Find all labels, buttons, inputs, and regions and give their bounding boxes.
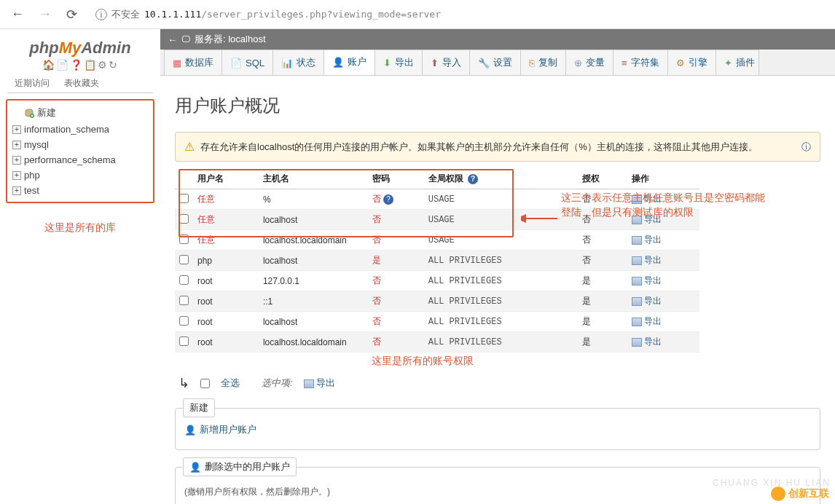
export-link[interactable]: 导出 xyxy=(632,235,662,245)
add-user-link[interactable]: 👤 新增用户账户 xyxy=(184,423,811,436)
page-title: 用户账户概况 xyxy=(175,94,820,117)
fieldset-delete-legend: 👤 删除选中的用户账户 xyxy=(183,457,297,476)
cell-user: root xyxy=(193,271,259,291)
help-icon[interactable]: ? xyxy=(383,194,393,205)
server-breadcrumb[interactable]: ← 🖵 服务器: localhost xyxy=(160,29,835,50)
cell-host: localhost xyxy=(259,210,368,230)
new-database[interactable]: 新建 xyxy=(11,104,149,122)
annotation-arrow-text: 这三个表示任意主机任意账号且是空密码都能登陆，但是只有测试库的权限 xyxy=(561,191,772,219)
table-row: rootlocalhost否ALL PRIVILEGES是导出 xyxy=(175,312,699,332)
row-checkbox[interactable] xyxy=(179,235,189,244)
tab-variables[interactable]: ⊕变量 xyxy=(565,50,613,75)
database-item[interactable]: +test xyxy=(11,183,149,198)
export-link[interactable]: 导出 xyxy=(632,275,662,286)
tab-charsets[interactable]: ≡字符集 xyxy=(613,50,668,75)
cell-ops: 导出 xyxy=(627,312,699,332)
cell-password: 否 xyxy=(368,230,424,251)
main-tabs: ▦数据库 📄SQL 📊状态 👤账户 ⬇导出 ⬆导入 🔧设置 ⎘复制 ⊕变量 ≡字… xyxy=(160,50,835,76)
tab-accounts[interactable]: 👤账户 xyxy=(324,50,375,75)
export-selected[interactable]: 导出 xyxy=(304,377,335,390)
export-link[interactable]: 导出 xyxy=(632,336,662,347)
address-bar[interactable]: i 不安全 10.1.1.111/server_privileges.php?v… xyxy=(95,8,828,21)
cell-user: root xyxy=(193,312,259,332)
cell-ops: 导出 xyxy=(627,271,699,291)
sidebar: phpMyAdmin 🏠📄❓📋⚙↻ 近期访问 表收藏夹 新建 +informat… xyxy=(0,29,160,504)
cell-password: 否 xyxy=(368,312,424,332)
th-user[interactable]: 用户名 xyxy=(193,169,259,189)
cell-grant: 是 xyxy=(578,271,627,291)
info-icon: i xyxy=(95,9,107,20)
row-checkbox[interactable] xyxy=(179,336,189,346)
new-database-label: 新建 xyxy=(37,106,56,119)
cell-host: ::1 xyxy=(259,291,368,312)
cell-ops: 导出 xyxy=(627,291,699,312)
database-item[interactable]: +performance_schema xyxy=(11,152,149,168)
cell-user: 任意 xyxy=(193,210,259,230)
row-checkbox[interactable] xyxy=(179,255,189,264)
tab-favorites[interactable]: 表收藏夹 xyxy=(57,74,106,92)
reload-button[interactable]: ⟳ xyxy=(63,7,81,23)
cell-user: root xyxy=(193,291,259,312)
cell-privileges: ALL PRIVILEGES xyxy=(424,291,578,312)
th-password[interactable]: 密码 xyxy=(368,169,424,189)
table-row: phplocalhost是ALL PRIVILEGES否导出 xyxy=(175,251,699,271)
forward-button[interactable]: → xyxy=(35,7,55,22)
logo: phpMyAdmin xyxy=(4,39,157,58)
export-link[interactable]: 导出 xyxy=(632,316,662,326)
server-icon: 🖵 xyxy=(181,34,190,44)
export-icon xyxy=(632,318,642,326)
tab-recent[interactable]: 近期访问 xyxy=(7,74,57,92)
database-list: 新建 +information_schema +mysql +performan… xyxy=(6,99,154,203)
tab-import[interactable]: ⬆导入 xyxy=(422,50,470,75)
cell-password: 是 xyxy=(368,251,424,271)
help-icon[interactable]: ⓘ xyxy=(801,141,811,154)
table-row: rootlocalhost.localdomain否ALL PRIVILEGES… xyxy=(175,332,699,353)
tab-settings[interactable]: 🔧设置 xyxy=(469,50,521,75)
cell-password: 否 xyxy=(368,332,424,353)
export-link[interactable]: 导出 xyxy=(632,296,662,306)
cell-password: 否 xyxy=(368,271,424,291)
watermark-icon xyxy=(771,487,785,501)
th-host[interactable]: 主机名 xyxy=(259,169,368,189)
users-table-wrapper: 这三个表示任意主机任意账号且是空密码都能登陆，但是只有测试库的权限 用户名 主机… xyxy=(175,169,820,368)
warning-text: 存在允许来自localhost的任何用户连接的用户帐户。如果其帐户的主机部分允许… xyxy=(200,141,758,154)
cell-ops: 导出 xyxy=(627,332,699,353)
select-all-checkbox[interactable] xyxy=(200,379,210,388)
database-item[interactable]: +php xyxy=(11,168,149,183)
row-checkbox[interactable] xyxy=(179,296,189,305)
row-checkbox[interactable] xyxy=(179,275,189,285)
back-button[interactable]: ← xyxy=(7,7,28,22)
table-footer: ↳ 全选 选中项: 导出 xyxy=(179,375,817,391)
tab-status[interactable]: 📊状态 xyxy=(273,50,324,75)
cell-grant: 是 xyxy=(578,291,627,312)
tab-plugins[interactable]: ✦插件 xyxy=(716,50,759,75)
warning-icon: ⚠ xyxy=(184,140,195,154)
cell-password: 否? xyxy=(368,189,424,210)
tab-engines[interactable]: ⚙引擎 xyxy=(667,50,716,75)
tab-export[interactable]: ⬇导出 xyxy=(375,50,423,75)
fieldset-new: 新建 👤 新增用户账户 xyxy=(175,398,820,450)
row-checkbox[interactable] xyxy=(179,214,189,224)
table-row: 任意localhost.localdomain否USAGE否导出 xyxy=(175,230,699,251)
sidebar-quick-icons[interactable]: 🏠📄❓📋⚙↻ xyxy=(4,59,157,71)
database-item[interactable]: +mysql xyxy=(11,137,149,152)
main-panel: ← 🖵 服务器: localhost ▦数据库 📄SQL 📊状态 👤账户 ⬇导出… xyxy=(160,29,835,504)
export-icon xyxy=(632,236,642,245)
warning-alert: ⚠ 存在允许来自localhost的任何用户连接的用户帐户。如果其帐户的主机部分… xyxy=(175,132,820,162)
tab-sql[interactable]: 📄SQL xyxy=(222,50,273,75)
select-all-link[interactable]: 全选 xyxy=(221,377,240,390)
cell-ops: 导出 xyxy=(627,251,699,271)
tab-replication[interactable]: ⎘复制 xyxy=(520,50,566,75)
th-global[interactable]: 全局权限 ? xyxy=(424,169,578,189)
tab-databases[interactable]: ▦数据库 xyxy=(164,50,222,75)
th-grant[interactable]: 授权 xyxy=(578,169,627,189)
export-link[interactable]: 导出 xyxy=(632,255,662,265)
cell-privileges: USAGE xyxy=(424,230,578,251)
export-icon xyxy=(632,297,642,306)
row-checkbox[interactable] xyxy=(179,316,189,326)
url-text: 10.1.1.111/server_privileges.php?viewing… xyxy=(144,9,441,20)
cell-grant: 否 xyxy=(578,230,627,251)
database-item[interactable]: +information_schema xyxy=(11,122,149,137)
left-collapse-icon[interactable]: ← xyxy=(168,34,177,45)
row-checkbox[interactable] xyxy=(179,194,189,203)
